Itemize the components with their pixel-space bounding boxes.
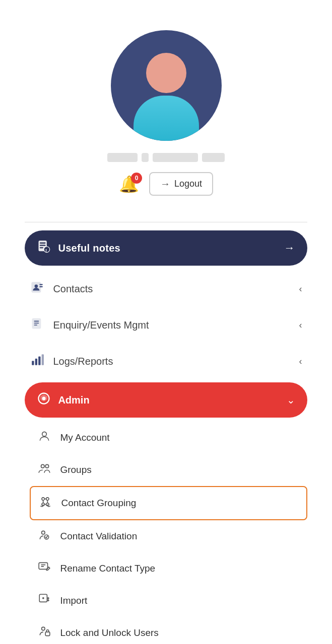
rename-contact-type-icon <box>37 560 52 577</box>
svg-rect-15 <box>35 359 37 365</box>
enquiry-icon <box>30 317 45 333</box>
notification-button[interactable]: 🔔 0 <box>119 175 139 194</box>
submenu-item-my-account[interactable]: My Account <box>30 422 307 454</box>
svg-rect-11 <box>34 321 39 322</box>
username-blur-3 <box>153 153 198 162</box>
lock-unlock-label: Lock and Unlock Users <box>60 627 158 638</box>
svg-point-23 <box>46 498 49 500</box>
svg-point-19 <box>42 432 47 436</box>
import-icon <box>37 593 52 609</box>
groups-label: Groups <box>60 464 91 475</box>
logout-label: Logout <box>174 179 202 189</box>
sidebar-item-enquiry-events[interactable]: Enquiry/Events Mgmt ‹ <box>25 308 307 342</box>
rename-contact-type-label: Rename Contact Type <box>60 563 155 574</box>
svg-rect-1 <box>40 243 46 244</box>
admin-label: Admin <box>58 394 89 406</box>
contact-validation-icon <box>37 528 52 544</box>
import-label: Import <box>60 595 87 606</box>
svg-rect-17 <box>42 354 44 365</box>
avatar-head <box>146 53 186 93</box>
avatar <box>111 30 222 141</box>
svg-rect-9 <box>40 286 43 287</box>
svg-rect-36 <box>46 632 50 636</box>
svg-rect-13 <box>34 325 38 326</box>
enquiry-label: Enquiry/Events Mgmt <box>53 319 149 331</box>
svg-rect-3 <box>40 247 43 248</box>
username-blur-1 <box>107 153 138 162</box>
contact-validation-label: Contact Validation <box>60 531 137 542</box>
avatar-body <box>134 96 199 141</box>
contacts-label: Contacts <box>53 283 93 295</box>
logs-chevron: ‹ <box>299 356 302 367</box>
submenu-item-contact-validation[interactable]: Contact Validation <box>30 520 307 552</box>
admin-button[interactable]: Admin ⌄ <box>25 382 307 418</box>
admin-chevron: ⌄ <box>287 394 295 406</box>
svg-rect-2 <box>40 245 46 246</box>
svg-rect-8 <box>40 284 43 285</box>
svg-point-20 <box>41 464 45 468</box>
submenu-item-contact-grouping[interactable]: Contact Grouping <box>30 486 307 520</box>
logs-label: Logs/Reports <box>53 356 113 367</box>
svg-rect-32 <box>39 562 48 569</box>
nav-menu: ! Useful notes → Contac <box>25 230 307 644</box>
divider <box>25 222 307 222</box>
logs-icon <box>30 353 45 369</box>
avatar-section: 🔔 0 → Logout <box>0 0 332 214</box>
contacts-chevron: ‹ <box>299 284 302 294</box>
logout-button[interactable]: → Logout <box>149 172 213 196</box>
groups-icon <box>37 462 52 478</box>
useful-notes-icon: ! <box>37 239 51 257</box>
contact-grouping-icon <box>38 495 53 511</box>
lock-unlock-icon <box>37 625 52 641</box>
notification-badge: 0 <box>131 173 142 184</box>
sidebar-item-contacts[interactable]: Contacts ‹ <box>25 272 307 306</box>
svg-point-21 <box>46 464 49 468</box>
useful-notes-label: Useful notes <box>58 243 120 254</box>
svg-point-7 <box>35 285 38 288</box>
username-blur-2 <box>142 153 149 162</box>
svg-point-30 <box>42 531 45 534</box>
useful-notes-left: ! Useful notes <box>37 239 120 257</box>
logout-icon: → <box>160 178 170 190</box>
my-account-label: My Account <box>60 432 109 443</box>
svg-point-34 <box>43 598 44 599</box>
submenu-item-import[interactable]: Import <box>30 585 307 617</box>
submenu-item-groups[interactable]: Groups <box>30 454 307 486</box>
action-row: 🔔 0 → Logout <box>119 172 213 196</box>
page-container: 🔔 0 → Logout <box>0 0 332 644</box>
my-account-icon <box>37 430 52 446</box>
sidebar-item-logs-reports[interactable]: Logs/Reports ‹ <box>25 344 307 378</box>
username-area <box>107 153 225 162</box>
contacts-icon <box>30 281 45 297</box>
useful-notes-arrow: → <box>284 242 295 255</box>
svg-text:!: ! <box>45 248 47 253</box>
submenu-item-lock-unlock-users[interactable]: Lock and Unlock Users <box>30 617 307 644</box>
svg-rect-14 <box>32 361 34 365</box>
svg-rect-12 <box>34 323 39 324</box>
admin-submenu: My Account Groups <box>25 422 307 644</box>
enquiry-chevron: ‹ <box>299 320 302 331</box>
admin-icon <box>37 391 51 409</box>
svg-point-22 <box>42 498 44 500</box>
contact-grouping-label: Contact Grouping <box>61 498 136 509</box>
submenu-item-rename-contact-type[interactable]: Rename Contact Type <box>30 552 307 585</box>
svg-rect-16 <box>39 357 41 365</box>
username-blur-4 <box>202 153 225 162</box>
useful-notes-button[interactable]: ! Useful notes → <box>25 230 307 266</box>
svg-point-35 <box>42 627 45 630</box>
